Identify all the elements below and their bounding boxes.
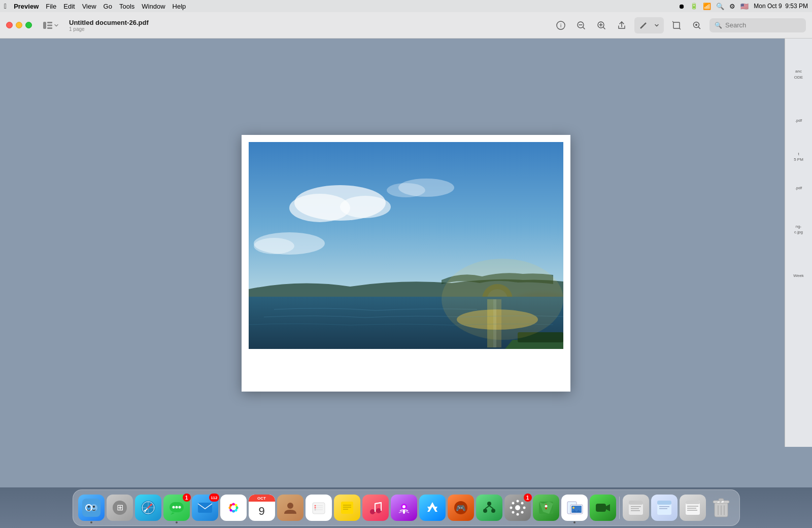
search-input[interactable] — [725, 21, 801, 29]
svg-point-50 — [93, 506, 95, 508]
user-icon[interactable]: 🇺🇸 — [740, 3, 749, 10]
svg-rect-129 — [687, 506, 698, 507]
svg-point-107 — [521, 502, 523, 505]
svg-point-66 — [232, 503, 234, 506]
info-button[interactable]: i — [553, 18, 568, 33]
svg-point-68 — [228, 507, 231, 509]
dock-calendar[interactable]: OCT 9 — [249, 495, 275, 521]
svg-point-91 — [402, 505, 405, 508]
pen-tool-button[interactable] — [636, 18, 651, 32]
svg-point-108 — [512, 511, 514, 514]
menubar-view[interactable]: View — [82, 3, 96, 10]
dock: ⊞ 1 — [73, 489, 740, 526]
menubar-file[interactable]: File — [46, 3, 56, 10]
dock-music[interactable] — [362, 495, 389, 521]
dock-dot-messages — [176, 521, 178, 523]
zoom-out-button[interactable] — [573, 18, 589, 33]
dock-browser1[interactable] — [623, 495, 649, 521]
right-panel-item-6: Week — [793, 273, 803, 278]
svg-point-25 — [340, 196, 391, 218]
battery-icon: 🔋 — [690, 3, 698, 10]
svg-point-97 — [491, 509, 495, 513]
dock-safari[interactable] — [135, 495, 161, 521]
search-menubar-icon[interactable]: 🔍 — [716, 3, 724, 10]
svg-rect-122 — [631, 510, 640, 511]
dock-trash[interactable] — [708, 495, 734, 521]
markup-chevron-button[interactable] — [652, 18, 662, 32]
dock-settings[interactable]: 1 — [504, 495, 531, 521]
dock-messages[interactable]: 1 — [163, 495, 190, 521]
svg-point-111 — [545, 505, 547, 508]
wifi-icon[interactable]: 📶 — [703, 3, 711, 10]
dock-mail[interactable]: 112 — [192, 495, 218, 521]
close-button[interactable] — [6, 22, 13, 28]
document-title-area: Untitled document-26.pdf 1 page — [69, 19, 149, 32]
zoom-in-button[interactable] — [594, 18, 609, 33]
share-button[interactable] — [614, 18, 629, 33]
chevron-down-small-icon — [654, 23, 659, 28]
dock-reminders[interactable] — [306, 495, 332, 521]
dock-sourcetree[interactable] — [476, 495, 502, 521]
svg-point-60 — [172, 506, 175, 509]
svg-point-109 — [521, 511, 523, 514]
dock-maps[interactable] — [533, 495, 559, 521]
svg-rect-63 — [198, 503, 212, 513]
dock-simulator[interactable]: 🎮 — [448, 495, 474, 521]
svg-line-14 — [672, 21, 673, 22]
menubar-help[interactable]: Help — [173, 3, 186, 10]
svg-point-71 — [234, 504, 237, 507]
menubar-tools[interactable]: Tools — [119, 3, 134, 10]
svg-point-70 — [229, 504, 232, 507]
svg-point-69 — [235, 507, 238, 509]
svg-text:⊞: ⊞ — [116, 503, 123, 512]
find-button[interactable] — [689, 18, 704, 33]
dock-browser2[interactable] — [651, 495, 678, 521]
dock-launchpad[interactable]: ⊞ — [107, 495, 133, 521]
menubar-window[interactable]: Window — [142, 3, 165, 10]
svg-point-58 — [144, 510, 146, 512]
document-title: Untitled document-26.pdf — [69, 19, 149, 26]
svg-point-81 — [314, 507, 316, 509]
svg-line-98 — [485, 506, 489, 509]
crop-button[interactable] — [669, 18, 684, 33]
search-icon: 🔍 — [715, 22, 722, 29]
dock-facetime[interactable] — [590, 495, 616, 521]
apple-menu[interactable]:  — [4, 2, 7, 10]
document-footer — [249, 349, 563, 392]
maximize-button[interactable] — [25, 22, 32, 28]
dock-notes[interactable] — [334, 495, 360, 521]
menubar:  Preview File Edit View Go Tools Window… — [0, 0, 812, 12]
svg-point-17 — [695, 24, 697, 26]
menubar-go[interactable]: Go — [104, 3, 112, 10]
dock-browser3[interactable] — [680, 495, 706, 521]
dock-area: ⊞ 1 — [0, 487, 812, 528]
svg-point-67 — [232, 510, 234, 513]
dock-contacts[interactable] — [277, 495, 303, 521]
svg-point-116 — [572, 507, 574, 509]
search-box[interactable]: 🔍 — [709, 18, 806, 32]
dock-appstore[interactable] — [419, 495, 446, 521]
svg-point-101 — [515, 505, 520, 510]
svg-text:i: i — [560, 23, 561, 28]
svg-rect-125 — [659, 506, 669, 507]
svg-rect-130 — [687, 508, 696, 509]
menubar-preview[interactable]: Preview — [14, 3, 39, 10]
control-center-icon[interactable]: ⚙ — [729, 3, 735, 10]
svg-rect-64 — [224, 499, 243, 517]
svg-text:🎮: 🎮 — [456, 503, 466, 513]
svg-rect-124 — [657, 501, 671, 505]
window-controls — [6, 22, 32, 28]
sidebar-toggle-button[interactable] — [40, 20, 62, 31]
menubar-edit[interactable]: Edit — [63, 3, 75, 10]
dock-podcasts[interactable] — [391, 495, 417, 521]
dock-photos[interactable] — [220, 495, 247, 521]
record-icon[interactable]: ⏺ — [679, 3, 685, 10]
svg-point-88 — [376, 508, 381, 513]
document-page-count: 1 page — [69, 26, 85, 32]
minimize-button[interactable] — [16, 22, 22, 28]
menubar-right: ⏺ 🔋 📶 🔍 ⚙ 🇺🇸 Mon Oct 9 9:53 PM — [679, 3, 808, 10]
dock-finder[interactable] — [78, 495, 105, 521]
svg-point-72 — [229, 509, 232, 512]
dock-preview[interactable] — [561, 495, 588, 521]
document-page — [242, 135, 570, 392]
